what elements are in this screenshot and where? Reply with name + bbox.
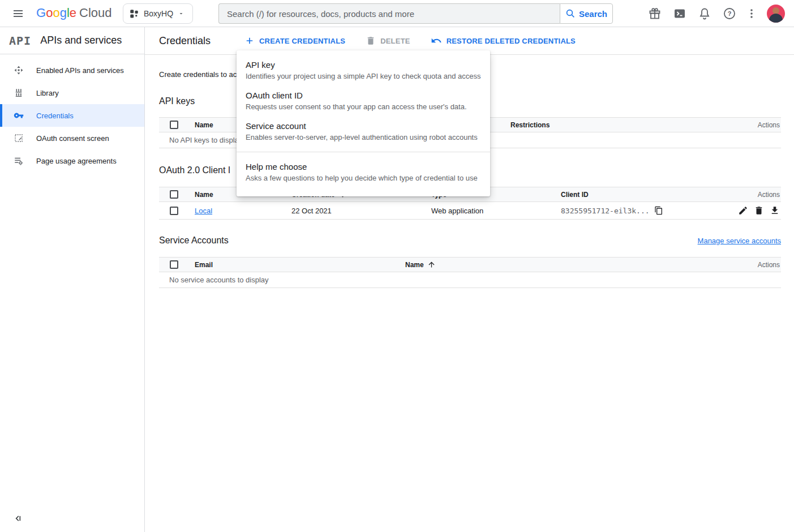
sidebar-item-credentials[interactable]: Credentials xyxy=(0,104,144,127)
chevron-down-icon xyxy=(178,10,184,17)
avatar[interactable] xyxy=(767,5,785,23)
sidebar-item-enabled-apis[interactable]: Enabled APIs and services xyxy=(0,59,144,81)
sidebar: API APIs and services Enabled APIs and s… xyxy=(0,27,145,532)
select-all-checkbox[interactable] xyxy=(170,260,178,269)
select-all-checkbox[interactable] xyxy=(170,190,178,199)
sidebar-item-oauth-consent[interactable]: OAuth consent screen xyxy=(0,127,144,149)
service-accounts-heading: Service Accounts xyxy=(159,235,229,246)
trash-icon xyxy=(366,36,376,46)
library-icon xyxy=(14,88,24,98)
sidebar-nav: Enabled APIs and services Library Creden… xyxy=(0,54,144,172)
sidebar-item-label: OAuth consent screen xyxy=(36,134,109,143)
delete-button[interactable]: DELETE xyxy=(366,36,410,46)
create-credentials-menu: API key Identifies your project using a … xyxy=(237,50,490,196)
api-logo: API xyxy=(9,34,31,48)
sidebar-item-label: Enabled APIs and services xyxy=(36,66,124,75)
sort-ascending-icon xyxy=(427,260,436,269)
help-icon[interactable]: ? xyxy=(723,7,736,20)
project-icon xyxy=(129,8,139,19)
oauth-clients-heading: OAuth 2.0 Client I xyxy=(159,165,230,175)
key-icon xyxy=(14,110,24,121)
copy-icon[interactable] xyxy=(654,206,663,215)
row-checkbox[interactable] xyxy=(170,207,178,215)
gift-icon[interactable] xyxy=(648,7,662,20)
more-options-icon[interactable] xyxy=(748,7,756,20)
table-row: Local 22 Oct 2021 Web application 832559… xyxy=(159,202,781,220)
column-header-email: Email xyxy=(195,261,405,269)
api-keys-heading: API keys xyxy=(159,96,195,106)
column-header-client-id: Client ID xyxy=(561,191,758,199)
menu-divider xyxy=(237,152,490,152)
notifications-bell-icon[interactable] xyxy=(698,7,711,20)
google-cloud-logo[interactable]: GoogleCloud xyxy=(36,6,112,20)
undo-icon xyxy=(431,35,442,46)
hamburger-menu-icon[interactable] xyxy=(11,7,25,20)
client-name-link[interactable]: Local xyxy=(195,207,212,215)
search-button[interactable]: Search xyxy=(560,3,613,24)
service-accounts-table-header: Email Name Actions xyxy=(159,257,781,272)
avatar-body xyxy=(769,14,783,23)
manage-service-accounts-link[interactable]: Manage service accounts xyxy=(698,237,781,245)
project-name: BoxyHQ xyxy=(144,9,173,18)
top-bar: GoogleCloud BoxyHQ Search xyxy=(0,0,794,27)
edit-icon[interactable] xyxy=(738,205,748,216)
global-search: Search xyxy=(218,3,613,24)
sidebar-title: APIs and services xyxy=(40,35,122,46)
create-credentials-button[interactable]: CREATE CREDENTIALS xyxy=(244,36,345,46)
sidebar-header: API APIs and services xyxy=(0,27,144,54)
column-header-restrictions: Restrictions xyxy=(510,121,758,129)
column-header-actions: Actions xyxy=(758,121,781,129)
sidebar-item-label: Credentials xyxy=(36,111,74,120)
service-accounts-header-row: Service Accounts Manage service accounts xyxy=(159,235,781,246)
plus-icon xyxy=(244,36,255,46)
topbar-icons: ? xyxy=(648,0,785,27)
service-accounts-empty-state: No service accounts to display xyxy=(159,272,781,288)
cloud-shell-icon[interactable] xyxy=(673,7,686,20)
menu-item-service-account[interactable]: Service account Enables server-to-server… xyxy=(237,116,490,147)
row-actions xyxy=(738,205,781,216)
client-id-value: 83255951712-eil3k... xyxy=(561,207,650,215)
client-type: Web application xyxy=(431,207,561,215)
client-creation-date: 22 Oct 2021 xyxy=(291,207,431,215)
delete-icon[interactable] xyxy=(754,205,764,216)
select-all-checkbox[interactable] xyxy=(170,121,178,129)
agreements-icon xyxy=(14,156,24,166)
sidebar-item-label: Library xyxy=(36,89,59,97)
download-icon[interactable] xyxy=(770,205,780,216)
menu-item-oauth-client-id[interactable]: OAuth client ID Requests user consent so… xyxy=(237,85,490,116)
search-icon xyxy=(565,8,576,19)
sidebar-item-page-usage-agreements[interactable]: Page usage agreements xyxy=(0,149,144,172)
logo-cloud-text: Cloud xyxy=(79,6,111,20)
intro-text: Create credentials to ac xyxy=(159,70,237,79)
column-header-name[interactable]: Name xyxy=(405,260,758,269)
restore-deleted-credentials-button[interactable]: RESTORE DELETED CREDENTIALS xyxy=(431,35,576,46)
project-selector[interactable]: BoxyHQ xyxy=(123,3,193,24)
dashboard-icon xyxy=(14,65,24,75)
menu-item-help-me-choose[interactable]: Help me choose Asks a few questions to h… xyxy=(237,157,490,187)
service-accounts-table: Email Name Actions No service accounts t… xyxy=(159,257,781,288)
page-title: Credentials xyxy=(159,35,244,47)
sidebar-item-library[interactable]: Library xyxy=(0,81,144,104)
search-button-label: Search xyxy=(579,9,607,19)
menu-item-api-key[interactable]: API key Identifies your project using a … xyxy=(237,55,490,85)
collapse-sidebar-icon[interactable] xyxy=(12,513,24,524)
column-header-actions: Actions xyxy=(758,261,781,269)
search-input[interactable] xyxy=(218,3,560,24)
consent-screen-icon xyxy=(14,133,24,143)
column-header-actions: Actions xyxy=(758,191,781,199)
svg-text:?: ? xyxy=(728,10,732,17)
sidebar-item-label: Page usage agreements xyxy=(36,157,117,165)
